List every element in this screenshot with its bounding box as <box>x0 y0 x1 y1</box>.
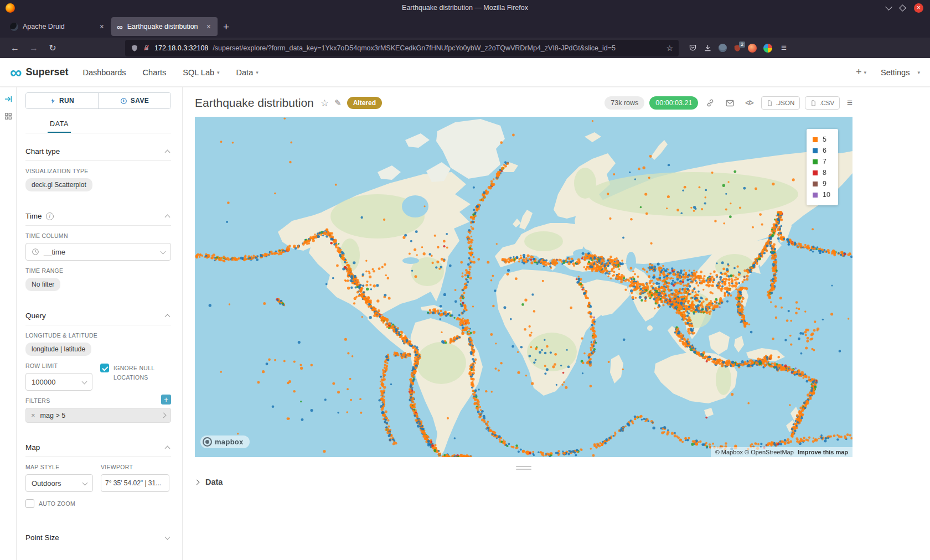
legend-item[interactable]: 8 <box>813 167 830 178</box>
tab-title: Earthquake distribution <box>127 23 201 30</box>
file-icon <box>810 100 817 106</box>
tab-earthquake-distribution[interactable]: ∞ Earthquake distribution × <box>111 17 218 36</box>
map-style-select[interactable]: Outdoors <box>25 474 93 492</box>
profile-avatar[interactable] <box>748 44 757 53</box>
legend-item[interactable]: 7 <box>813 156 830 167</box>
extension-icon[interactable] <box>719 44 727 52</box>
tab-apache-druid[interactable]: Apache Druid × <box>4 17 111 36</box>
adblock-shield-icon[interactable]: 2 <box>733 44 741 52</box>
lonlat-label: LONGITUDE & LATITUDE <box>25 332 171 339</box>
new-tab-button[interactable]: + <box>218 21 235 33</box>
data-panel-toggle[interactable]: Data <box>195 478 852 486</box>
expand-dataset-panel-icon[interactable] <box>4 95 13 103</box>
url-bar[interactable]: 172.18.0.3:32108 /superset/explore/?form… <box>125 40 679 56</box>
time-range-pill[interactable]: No filter <box>25 278 60 291</box>
chevron-down-icon <box>82 378 87 384</box>
edit-title-icon[interactable]: ✎ <box>334 98 342 108</box>
window-minimize-icon[interactable] <box>885 3 892 11</box>
bolt-icon <box>50 98 56 104</box>
superset-logo-icon[interactable]: ∞ <box>10 66 22 79</box>
forward-button[interactable]: → <box>25 40 42 56</box>
section-query[interactable]: Query <box>25 305 171 325</box>
back-button[interactable]: ← <box>7 40 23 56</box>
filter-tag[interactable]: × mag > 5 <box>25 408 171 423</box>
insecure-lock-icon[interactable] <box>143 44 150 51</box>
legend-swatch <box>813 193 818 198</box>
row-count-badge: 73k rows <box>604 96 644 110</box>
time-range-label: TIME RANGE <box>25 267 171 274</box>
bookmark-star-icon[interactable]: ☆ <box>666 44 673 53</box>
export-csv-button[interactable]: .CSV <box>805 96 840 110</box>
settings-menu[interactable]: Settings ▾ <box>881 68 920 77</box>
nav-sql-lab[interactable]: SQL Lab▾ <box>183 68 219 77</box>
email-icon[interactable] <box>722 96 737 110</box>
mapbox-logo[interactable]: mapbox <box>200 435 250 448</box>
add-filter-button[interactable]: + <box>161 395 171 405</box>
tab-data[interactable]: DATA <box>48 115 71 133</box>
window-maximize-icon[interactable] <box>899 4 906 12</box>
remove-filter-icon[interactable]: × <box>31 411 35 419</box>
mapbox-logo-icon <box>203 437 212 447</box>
favorite-star-icon[interactable]: ☆ <box>321 97 329 109</box>
new-item-button[interactable]: +▾ <box>856 66 866 78</box>
earthquake-scatter-layer[interactable] <box>195 117 852 457</box>
tab-close-icon[interactable]: × <box>205 22 212 31</box>
section-point-size[interactable]: Point Size <box>25 527 171 547</box>
section-map[interactable]: Map <box>25 437 171 457</box>
extension-badge: 2 <box>739 42 745 48</box>
query-duration-badge: 00:00:03.21 <box>649 96 698 110</box>
chart-area: Earthquake distribution ☆ ✎ Altered 73k … <box>183 87 930 560</box>
section-chart-type[interactable]: Chart type <box>25 141 171 161</box>
tab-close-icon[interactable]: × <box>99 22 105 31</box>
tab-title: Apache Druid <box>23 23 94 30</box>
pocket-icon[interactable] <box>689 44 697 52</box>
attribution-mapbox[interactable]: © Mapbox <box>715 449 743 455</box>
chevron-right-icon <box>194 479 200 485</box>
file-icon <box>767 100 773 106</box>
row-limit-select[interactable]: 100000 <box>25 373 92 391</box>
chart-menu-icon[interactable]: ≡ <box>847 97 852 108</box>
ignore-null-checkbox[interactable] <box>100 364 109 372</box>
tracking-shield-icon[interactable] <box>131 44 138 52</box>
section-time[interactable]: Timei <box>25 206 171 226</box>
embed-code-icon[interactable]: </> <box>742 96 756 110</box>
panel-resize-handle[interactable] <box>516 466 531 470</box>
menu-hamburger-icon[interactable]: ≡ <box>781 43 787 54</box>
viz-type-pill[interactable]: deck.gl Scatterplot <box>25 178 92 191</box>
window-close-icon[interactable]: × <box>914 3 923 13</box>
map-legend[interactable]: 5678910 <box>807 129 838 205</box>
attribution-osm[interactable]: © OpenStreetMap <box>745 449 794 455</box>
filters-label: FILTERS <box>25 397 50 404</box>
nav-dashboards[interactable]: Dashboards <box>82 68 126 77</box>
run-button[interactable]: RUN <box>26 93 98 108</box>
nav-data[interactable]: Data▾ <box>236 68 259 77</box>
legend-item[interactable]: 9 <box>813 178 830 189</box>
dataset-grid-icon[interactable] <box>4 112 12 120</box>
time-column-select[interactable]: __time <box>25 243 171 261</box>
extensions-pinwheel-icon[interactable] <box>763 44 772 53</box>
save-button[interactable]: SAVE <box>98 93 170 108</box>
legend-label: 6 <box>823 147 826 154</box>
ignore-null-label: IGNORE NULL LOCATIONS <box>113 364 171 382</box>
url-host: 172.18.0.3:32108 <box>154 44 208 52</box>
map-canvas[interactable]: 5678910 mapbox © Mapbox © OpenStreetMap … <box>195 117 852 457</box>
altered-badge[interactable]: Altered <box>347 97 382 109</box>
export-json-button[interactable]: .JSON <box>761 96 800 110</box>
attribution-improve-link[interactable]: Improve this map <box>798 449 848 455</box>
caret-down-icon: ▾ <box>256 70 259 75</box>
auto-zoom-checkbox[interactable] <box>25 499 34 508</box>
legend-item[interactable]: 6 <box>813 145 830 156</box>
superset-wordmark[interactable]: Superset <box>25 66 68 78</box>
reload-button[interactable]: ↻ <box>44 40 61 56</box>
legend-item[interactable]: 10 <box>813 189 830 200</box>
chevron-down-icon <box>161 248 166 254</box>
caret-down-icon: ▾ <box>917 70 920 75</box>
downloads-icon[interactable] <box>704 44 712 52</box>
legend-item[interactable]: 5 <box>813 134 830 145</box>
clock-icon <box>32 248 39 256</box>
viewport-value[interactable]: 7° 35' 54.02" | 31... <box>101 474 169 492</box>
lonlat-pill[interactable]: longitude | latitude <box>25 343 91 356</box>
auto-zoom-label: AUTO ZOOM <box>39 499 75 509</box>
share-link-icon[interactable] <box>703 96 717 110</box>
nav-charts[interactable]: Charts <box>143 68 167 77</box>
